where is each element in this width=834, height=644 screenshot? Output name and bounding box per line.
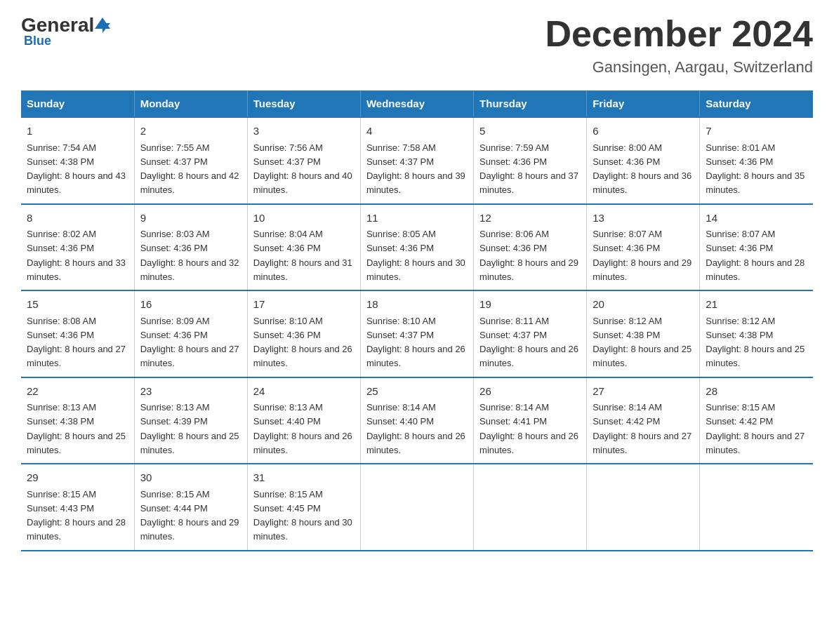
- day-info: Sunrise: 8:10 AMSunset: 4:37 PMDaylight:…: [366, 316, 465, 369]
- calendar-cell: 30Sunrise: 8:15 AMSunset: 4:44 PMDayligh…: [134, 464, 247, 551]
- day-info: Sunrise: 8:13 AMSunset: 4:39 PMDaylight:…: [140, 402, 239, 455]
- day-number: 19: [479, 297, 581, 313]
- calendar-cell: 29Sunrise: 8:15 AMSunset: 4:43 PMDayligh…: [21, 464, 134, 551]
- day-number: 12: [479, 210, 581, 227]
- day-number: 20: [593, 297, 694, 313]
- calendar-cell: 4Sunrise: 7:58 AMSunset: 4:37 PMDaylight…: [360, 117, 473, 204]
- calendar-cell: 5Sunrise: 7:59 AMSunset: 4:36 PMDaylight…: [474, 117, 587, 204]
- day-info: Sunrise: 8:07 AMSunset: 4:36 PMDaylight:…: [706, 229, 805, 282]
- calendar-cell: [587, 464, 700, 551]
- day-info: Sunrise: 8:05 AMSunset: 4:36 PMDaylight:…: [366, 229, 465, 282]
- calendar-cell: 22Sunrise: 8:13 AMSunset: 4:38 PMDayligh…: [21, 377, 134, 464]
- calendar-table: Sunday Monday Tuesday Wednesday Thursday…: [21, 90, 813, 551]
- col-saturday: Saturday: [700, 90, 813, 117]
- day-info: Sunrise: 8:08 AMSunset: 4:36 PMDaylight:…: [27, 316, 126, 369]
- day-info: Sunrise: 8:09 AMSunset: 4:36 PMDaylight:…: [140, 316, 239, 369]
- day-info: Sunrise: 8:15 AMSunset: 4:42 PMDaylight:…: [706, 402, 805, 455]
- day-number: 15: [27, 297, 128, 313]
- day-info: Sunrise: 8:10 AMSunset: 4:36 PMDaylight:…: [253, 316, 352, 369]
- day-info: Sunrise: 7:55 AMSunset: 4:37 PMDaylight:…: [140, 142, 239, 196]
- logo-icon: [95, 18, 110, 33]
- calendar-cell: 12Sunrise: 8:06 AMSunset: 4:36 PMDayligh…: [474, 204, 587, 291]
- day-info: Sunrise: 8:13 AMSunset: 4:38 PMDaylight:…: [27, 402, 126, 455]
- col-wednesday: Wednesday: [360, 90, 473, 117]
- calendar-cell: 20Sunrise: 8:12 AMSunset: 4:38 PMDayligh…: [587, 290, 700, 377]
- col-tuesday: Tuesday: [247, 90, 360, 117]
- day-info: Sunrise: 8:00 AMSunset: 4:36 PMDaylight:…: [593, 142, 691, 196]
- day-number: 1: [27, 123, 128, 140]
- calendar-cell: 27Sunrise: 8:14 AMSunset: 4:42 PMDayligh…: [587, 377, 700, 464]
- day-number: 26: [479, 384, 581, 400]
- col-monday: Monday: [134, 90, 247, 117]
- calendar-cell: 8Sunrise: 8:02 AMSunset: 4:36 PMDaylight…: [21, 204, 134, 291]
- calendar-cell: 21Sunrise: 8:12 AMSunset: 4:38 PMDayligh…: [700, 290, 813, 377]
- day-info: Sunrise: 8:01 AMSunset: 4:36 PMDaylight:…: [706, 142, 805, 196]
- day-info: Sunrise: 7:56 AMSunset: 4:37 PMDaylight:…: [253, 142, 352, 196]
- calendar-cell: 11Sunrise: 8:05 AMSunset: 4:36 PMDayligh…: [360, 204, 473, 291]
- day-number: 24: [253, 384, 355, 400]
- day-number: 28: [706, 384, 807, 400]
- day-number: 7: [706, 123, 807, 140]
- col-sunday: Sunday: [21, 90, 134, 117]
- calendar-week-row: 29Sunrise: 8:15 AMSunset: 4:43 PMDayligh…: [21, 464, 813, 551]
- day-info: Sunrise: 8:11 AMSunset: 4:37 PMDaylight:…: [479, 316, 578, 369]
- day-number: 14: [706, 210, 807, 227]
- day-number: 25: [366, 384, 468, 400]
- day-number: 27: [593, 384, 694, 400]
- day-info: Sunrise: 8:14 AMSunset: 4:40 PMDaylight:…: [366, 402, 465, 455]
- day-info: Sunrise: 8:15 AMSunset: 4:45 PMDaylight:…: [253, 489, 352, 542]
- day-number: 6: [593, 123, 694, 140]
- calendar-cell: 3Sunrise: 7:56 AMSunset: 4:37 PMDaylight…: [247, 117, 360, 204]
- day-number: 4: [366, 123, 468, 140]
- calendar-cell: 14Sunrise: 8:07 AMSunset: 4:36 PMDayligh…: [700, 204, 813, 291]
- calendar-cell: 9Sunrise: 8:03 AMSunset: 4:36 PMDaylight…: [134, 204, 247, 291]
- day-number: 30: [140, 470, 241, 486]
- page-subtitle: Gansingen, Aargau, Switzerland: [545, 58, 813, 76]
- day-number: 21: [706, 297, 807, 313]
- calendar-cell: [360, 464, 473, 551]
- day-number: 31: [253, 470, 355, 486]
- calendar-cell: 19Sunrise: 8:11 AMSunset: 4:37 PMDayligh…: [474, 290, 587, 377]
- day-info: Sunrise: 8:04 AMSunset: 4:36 PMDaylight:…: [253, 229, 352, 282]
- calendar-cell: 7Sunrise: 8:01 AMSunset: 4:36 PMDaylight…: [700, 117, 813, 204]
- logo-blue-text: Blue: [24, 34, 51, 48]
- calendar-cell: 2Sunrise: 7:55 AMSunset: 4:37 PMDaylight…: [134, 117, 247, 204]
- day-number: 18: [366, 297, 468, 313]
- day-info: Sunrise: 8:12 AMSunset: 4:38 PMDaylight:…: [706, 316, 805, 369]
- calendar-week-row: 22Sunrise: 8:13 AMSunset: 4:38 PMDayligh…: [21, 377, 813, 464]
- day-number: 5: [479, 123, 581, 140]
- day-number: 17: [253, 297, 355, 313]
- day-number: 2: [140, 123, 241, 140]
- day-info: Sunrise: 8:15 AMSunset: 4:43 PMDaylight:…: [27, 489, 126, 542]
- calendar-week-row: 15Sunrise: 8:08 AMSunset: 4:36 PMDayligh…: [21, 290, 813, 377]
- calendar-cell: 28Sunrise: 8:15 AMSunset: 4:42 PMDayligh…: [700, 377, 813, 464]
- day-info: Sunrise: 8:06 AMSunset: 4:36 PMDaylight:…: [479, 229, 578, 282]
- calendar-cell: [700, 464, 813, 551]
- day-number: 22: [27, 384, 128, 400]
- day-number: 16: [140, 297, 241, 313]
- day-number: 8: [27, 210, 128, 227]
- calendar-cell: 25Sunrise: 8:14 AMSunset: 4:40 PMDayligh…: [360, 377, 473, 464]
- calendar-cell: 31Sunrise: 8:15 AMSunset: 4:45 PMDayligh…: [247, 464, 360, 551]
- calendar-week-row: 1Sunrise: 7:54 AMSunset: 4:38 PMDaylight…: [21, 117, 813, 204]
- calendar-cell: 13Sunrise: 8:07 AMSunset: 4:36 PMDayligh…: [587, 204, 700, 291]
- day-number: 10: [253, 210, 355, 227]
- day-info: Sunrise: 8:02 AMSunset: 4:36 PMDaylight:…: [27, 229, 126, 282]
- day-info: Sunrise: 8:14 AMSunset: 4:42 PMDaylight:…: [593, 402, 691, 455]
- calendar-cell: 15Sunrise: 8:08 AMSunset: 4:36 PMDayligh…: [21, 290, 134, 377]
- day-info: Sunrise: 8:12 AMSunset: 4:38 PMDaylight:…: [593, 316, 691, 369]
- day-number: 11: [366, 210, 468, 227]
- col-thursday: Thursday: [474, 90, 587, 117]
- logo: General Blue: [21, 14, 111, 48]
- calendar-week-row: 8Sunrise: 8:02 AMSunset: 4:36 PMDaylight…: [21, 204, 813, 291]
- day-info: Sunrise: 8:15 AMSunset: 4:44 PMDaylight:…: [140, 489, 239, 542]
- day-info: Sunrise: 8:13 AMSunset: 4:40 PMDaylight:…: [253, 402, 352, 455]
- day-info: Sunrise: 8:03 AMSunset: 4:36 PMDaylight:…: [140, 229, 239, 282]
- calendar-cell: 26Sunrise: 8:14 AMSunset: 4:41 PMDayligh…: [474, 377, 587, 464]
- day-info: Sunrise: 7:59 AMSunset: 4:36 PMDaylight:…: [479, 142, 578, 196]
- col-friday: Friday: [587, 90, 700, 117]
- page-header: General Blue December 2024 Gansingen, Aa…: [21, 14, 813, 76]
- day-info: Sunrise: 8:14 AMSunset: 4:41 PMDaylight:…: [479, 402, 578, 455]
- title-area: December 2024 Gansingen, Aargau, Switzer…: [545, 14, 813, 76]
- calendar-cell: 17Sunrise: 8:10 AMSunset: 4:36 PMDayligh…: [247, 290, 360, 377]
